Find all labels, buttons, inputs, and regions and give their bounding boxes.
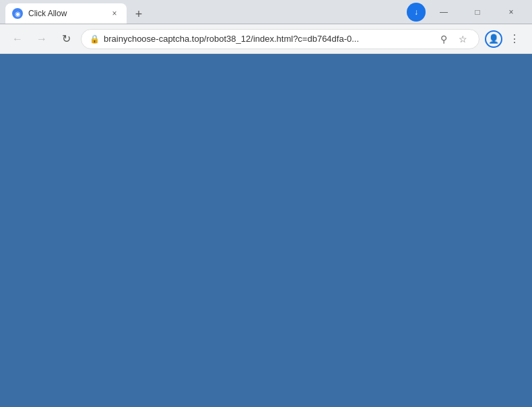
title-bar: ◉ Click Allow × + ↓ — □ × — [0, 0, 532, 24]
address-bar: ← → ↻ 🔒 brainychoose-captcha.top/robot38… — [0, 24, 532, 54]
back-button[interactable]: ← — [8, 30, 27, 49]
tab-title: Click Allow — [28, 9, 104, 18]
close-button[interactable]: × — [496, 2, 527, 22]
active-tab[interactable]: ◉ Click Allow × — [5, 3, 127, 24]
new-tab-button[interactable]: + — [129, 5, 148, 24]
minimize-button[interactable]: — — [428, 2, 459, 22]
url-text: brainychoose-captcha.top/robot38_12/inde… — [104, 34, 432, 44]
download-arrow-icon: ↓ — [414, 7, 418, 17]
tab-area: ◉ Click Allow × + — [5, 0, 401, 24]
maximize-button[interactable]: □ — [462, 2, 493, 22]
download-indicator: ↓ — [407, 3, 426, 22]
bookmark-icon[interactable]: ☆ — [455, 31, 471, 47]
browser-toolbar-icons: 👤 ⋮ — [485, 30, 524, 49]
profile-button[interactable]: 👤 — [485, 30, 502, 48]
more-options-button[interactable]: ⋮ — [505, 30, 524, 49]
reload-button[interactable]: ↻ — [57, 30, 75, 49]
lock-icon: 🔒 — [90, 34, 100, 44]
url-action-icons: ⚲ ☆ — [436, 31, 471, 47]
url-bar[interactable]: 🔒 brainychoose-captcha.top/robot38_12/in… — [81, 29, 479, 49]
tab-favicon: ◉ — [12, 8, 23, 19]
search-page-icon[interactable]: ⚲ — [436, 31, 452, 47]
profile-avatar-icon: 👤 — [488, 34, 499, 44]
browser-window: ◉ Click Allow × + ↓ — □ × ← → ↻ 🔒 brainy… — [0, 0, 532, 54]
forward-button[interactable]: → — [32, 30, 51, 49]
tab-close-button[interactable]: × — [109, 8, 120, 19]
